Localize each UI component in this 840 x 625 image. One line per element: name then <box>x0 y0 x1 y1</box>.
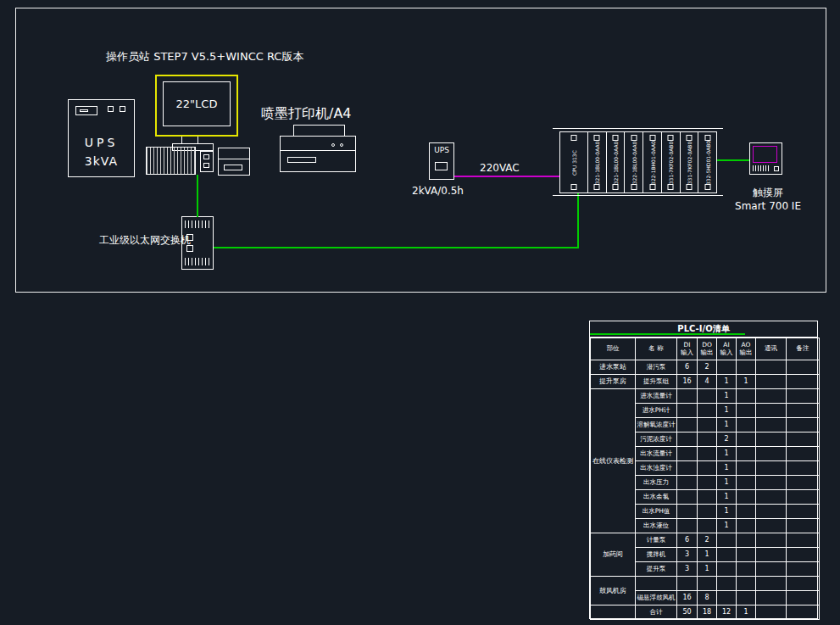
ups-button <box>108 106 114 112</box>
module-label: 322-1BL00-0AA0 <box>631 141 637 184</box>
touch-panel-model: Smart 700 IE <box>727 199 809 213</box>
do-cell: 4 <box>698 375 717 389</box>
total-label-cell: 合计 <box>636 605 677 620</box>
touch-panel <box>749 142 782 175</box>
device-name-cell: 污泥浓度计 <box>636 432 677 447</box>
io-table-title: PLC-I/O清单 <box>590 321 817 338</box>
comm-total-cell <box>756 605 787 620</box>
plc-io-module: 322-1BL00-0AA0 <box>624 131 643 193</box>
plc-io-module: 332-5HD01-0AB0 <box>698 131 717 193</box>
ao-cell <box>737 519 756 533</box>
plc-mounting-rail <box>553 128 723 129</box>
ai-cell: 1 <box>717 461 737 476</box>
note-cell <box>787 404 820 418</box>
do-cell: 2 <box>698 533 717 548</box>
do-cell <box>698 490 717 505</box>
device-name-cell: 进水流量计 <box>636 389 677 404</box>
device-name-cell: 出水PH值 <box>636 505 677 519</box>
ai-cell <box>717 562 737 577</box>
io-table-title-text: PLC-I/O清单 <box>677 324 729 333</box>
ai-cell: 1 <box>717 375 737 389</box>
pc-panel-line <box>219 159 249 159</box>
module-connector <box>686 184 692 190</box>
table-row: 进水泵站潜污泵62 <box>591 360 820 375</box>
note-cell <box>787 461 820 476</box>
column-header: AI输入 <box>717 338 737 360</box>
table-row: 提升泵房提升泵组16411 <box>591 375 820 389</box>
comm-cell <box>756 418 787 432</box>
device-name-cell: 出水液位 <box>636 519 677 533</box>
ups-display-panel <box>75 106 97 115</box>
ao-cell <box>737 461 756 476</box>
do-cell <box>698 404 717 418</box>
do-cell <box>698 519 717 533</box>
ao-cell <box>737 562 756 577</box>
module-label: 322-1BH01-0AA0 <box>649 141 655 185</box>
table-row: 加药间计量泵62 <box>591 533 820 548</box>
ai-cell <box>717 577 737 591</box>
di-cell <box>677 389 698 404</box>
device-name-cell: 提升泵 <box>636 562 677 577</box>
comm-cell <box>756 519 787 533</box>
di-cell <box>677 432 698 447</box>
ao-cell <box>737 490 756 505</box>
printer-paper-tray <box>293 125 345 137</box>
plc-io-module: 322-1BH01-0AA0 <box>643 131 662 193</box>
ai-cell <box>717 548 737 562</box>
cad-drawing-canvas: 操作员站 STEP7 V5.5+WINCC RC版本 UPS 3kVA 22"L… <box>0 0 840 625</box>
comm-cell <box>756 360 787 375</box>
table-row: 在线仪表检测进水流量计1 <box>591 389 820 404</box>
module-connector <box>571 135 577 141</box>
ai-total-cell: 12 <box>717 605 737 620</box>
ai-cell: 1 <box>717 505 737 519</box>
small-device <box>200 151 214 172</box>
ao-cell <box>737 432 756 447</box>
device-name-cell: 出水压力 <box>636 476 677 490</box>
module-label: 332-5HD01-0AB0 <box>704 140 710 184</box>
printer-button <box>340 143 343 147</box>
touch-panel-screen <box>753 146 777 163</box>
comm-cell <box>756 548 787 562</box>
column-header: AO输出 <box>737 338 756 360</box>
device-name-cell: 潜污泵 <box>636 360 677 375</box>
comm-cell <box>756 447 787 461</box>
do-total-cell: 18 <box>698 605 717 620</box>
ai-cell: 1 <box>717 404 737 418</box>
device-name-cell: 磁悬浮鼓风机 <box>636 591 677 605</box>
ao-cell <box>737 389 756 404</box>
ups-label: UPS <box>69 136 134 149</box>
touch-panel-name: 触摸屏 <box>727 186 809 199</box>
plc-io-module: 331-7KF02-0AB0 <box>680 131 699 193</box>
ethernet-wire <box>577 193 579 248</box>
di-cell <box>677 577 698 591</box>
ethernet-switch <box>181 216 214 270</box>
ao-cell <box>737 447 756 461</box>
ao-cell <box>737 476 756 490</box>
comm-cell <box>756 505 787 519</box>
module-connector <box>613 135 619 141</box>
comm-cell <box>756 577 787 591</box>
device-button <box>203 154 209 159</box>
column-header: 备注 <box>787 338 820 360</box>
do-cell: 2 <box>698 360 717 375</box>
ups-main-unit: UPS 3kVA <box>68 99 135 177</box>
lcd-monitor: 22"LCD <box>155 75 238 137</box>
note-cell <box>787 519 820 533</box>
comm-cell <box>756 490 787 505</box>
comm-cell <box>756 476 787 490</box>
ao-cell: 1 <box>737 375 756 389</box>
ethernet-wire <box>214 247 578 248</box>
operator-station-label: 操作员站 STEP7 V5.5+WINCC RC版本 <box>106 49 303 64</box>
ethernet-wire <box>717 159 749 161</box>
di-cell <box>677 418 698 432</box>
module-connector <box>594 184 600 190</box>
module-label: 331-7KF02-0AB0 <box>668 141 674 183</box>
di-cell: 6 <box>677 533 698 548</box>
di-cell <box>677 519 698 533</box>
title-underline <box>590 333 745 335</box>
module-connector <box>668 135 674 141</box>
note-cell <box>787 418 820 432</box>
module-connector <box>686 135 692 141</box>
column-header: 名 称 <box>636 338 677 360</box>
do-cell: 1 <box>698 548 717 562</box>
